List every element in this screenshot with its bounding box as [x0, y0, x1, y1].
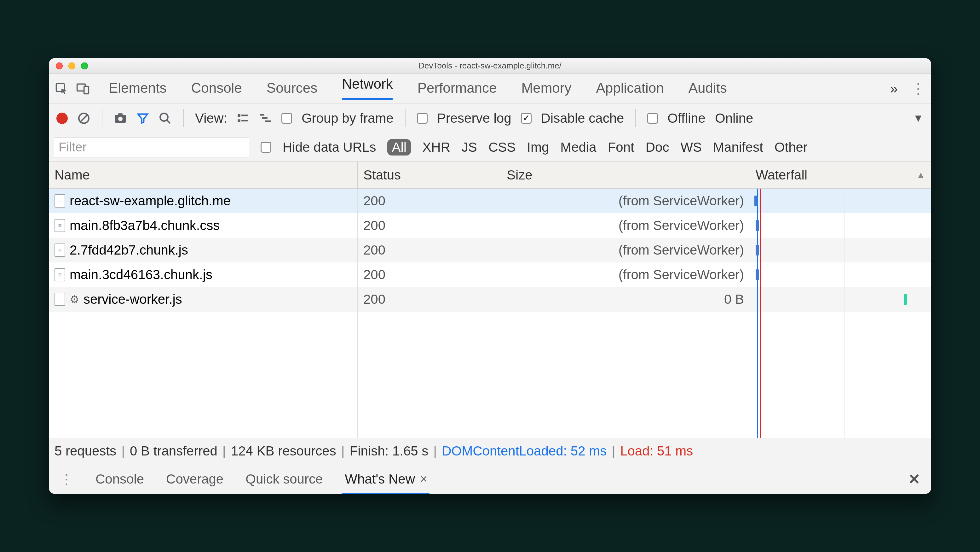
drawer-tab-close-icon[interactable]: ×: [420, 472, 427, 486]
capture-screenshot-icon[interactable]: [114, 112, 127, 124]
filter-type-js[interactable]: JS: [461, 140, 477, 155]
preserve-log-checkbox[interactable]: [417, 113, 428, 124]
filter-type-css[interactable]: CSS: [488, 140, 515, 155]
request-name: react-sw-example.glitch.me: [70, 193, 231, 209]
drawer-tab-quick-source[interactable]: Quick source: [245, 472, 323, 487]
filter-type-img[interactable]: Img: [527, 140, 549, 155]
filter-input[interactable]: [54, 137, 249, 157]
close-window-button[interactable]: [56, 62, 63, 69]
status-finish: Finish: 1.65 s: [350, 444, 428, 459]
filter-type-doc[interactable]: Doc: [646, 140, 669, 155]
disable-cache-checkbox[interactable]: [521, 113, 531, 124]
devtools-window: DevTools - react-sw-example.glitch.me/ E…: [49, 58, 931, 494]
request-waterfall: [750, 188, 931, 213]
filter-type-ws[interactable]: WS: [680, 140, 702, 155]
svg-line-9: [167, 120, 170, 123]
large-rows-icon[interactable]: [237, 113, 249, 124]
filter-type-media[interactable]: Media: [560, 140, 596, 155]
drawer-tab-coverage[interactable]: Coverage: [166, 472, 223, 487]
minimize-window-button[interactable]: [68, 62, 75, 69]
request-status: 200: [358, 262, 501, 287]
svg-rect-11: [241, 115, 248, 116]
col-status[interactable]: Status: [358, 161, 501, 188]
table-row[interactable]: ⚙service-worker.js2000 B: [49, 287, 931, 312]
drawer-tab-console[interactable]: Console: [95, 472, 144, 487]
col-name[interactable]: Name: [49, 161, 358, 188]
file-icon: ≡: [54, 268, 65, 281]
svg-rect-15: [262, 117, 267, 119]
file-icon: [54, 293, 65, 306]
search-icon[interactable]: [159, 112, 172, 125]
svg-rect-2: [84, 86, 89, 94]
request-waterfall: [750, 262, 931, 287]
table-row[interactable]: ≡2.7fdd42b7.chunk.js200(from ServiceWork…: [49, 238, 931, 262]
tab-elements[interactable]: Elements: [109, 80, 166, 97]
svg-point-6: [118, 116, 123, 121]
titlebar: DevTools - react-sw-example.glitch.me/: [49, 58, 931, 74]
hide-data-urls-label: Hide data URLs: [283, 140, 376, 155]
request-table: ≡react-sw-example.glitch.me200(from Serv…: [49, 188, 931, 438]
panel-tabs: ElementsConsoleSourcesNetworkPerformance…: [49, 74, 931, 104]
drawer-close-icon[interactable]: ✕: [908, 471, 920, 488]
status-bar: 5 requests| 0 B transferred| 124 KB reso…: [49, 438, 931, 464]
request-name: main.3cd46163.chunk.js: [70, 267, 212, 282]
tab-performance[interactable]: Performance: [417, 80, 497, 97]
tab-audits[interactable]: Audits: [689, 80, 727, 97]
tab-application[interactable]: Application: [596, 80, 663, 97]
svg-line-4: [81, 115, 87, 121]
disable-cache-label: Disable cache: [541, 111, 624, 126]
table-header: Name Status Size Waterfall ▲: [49, 161, 931, 188]
status-requests: 5 requests: [54, 444, 116, 459]
file-icon: ≡: [54, 219, 65, 232]
filter-type-font[interactable]: Font: [608, 140, 634, 155]
request-size: (from ServiceWorker): [501, 262, 750, 287]
throttling-dropdown-icon[interactable]: ▼: [913, 112, 924, 124]
request-status: 200: [358, 238, 501, 262]
record-button[interactable]: [56, 113, 68, 124]
table-row[interactable]: ≡main.3cd46163.chunk.js200(from ServiceW…: [49, 262, 931, 287]
tab-memory[interactable]: Memory: [522, 80, 572, 97]
filter-type-manifest[interactable]: Manifest: [713, 140, 763, 155]
preserve-log-label: Preserve log: [437, 111, 511, 126]
table-row[interactable]: ≡react-sw-example.glitch.me200(from Serv…: [49, 188, 931, 213]
request-name: main.8fb3a7b4.chunk.css: [70, 218, 220, 233]
drawer-tab-what-s-new[interactable]: What's New: [345, 472, 415, 487]
sort-indicator-icon: ▲: [916, 170, 926, 180]
online-label[interactable]: Online: [715, 111, 753, 126]
request-size: (from ServiceWorker): [501, 238, 750, 262]
hide-data-urls-checkbox[interactable]: [261, 142, 271, 153]
svg-rect-10: [238, 114, 240, 116]
tab-sources[interactable]: Sources: [267, 80, 317, 97]
device-toggle-icon[interactable]: [76, 82, 90, 96]
more-tabs-icon[interactable]: »: [890, 81, 898, 97]
col-size[interactable]: Size: [501, 161, 750, 188]
request-name: service-worker.js: [83, 292, 182, 307]
group-by-frame-label: Group by frame: [302, 111, 394, 126]
clear-icon[interactable]: [77, 112, 91, 125]
window-controls: [56, 62, 88, 69]
zoom-window-button[interactable]: [81, 62, 88, 69]
request-size: (from ServiceWorker): [501, 188, 750, 213]
request-waterfall: [750, 213, 931, 238]
table-row[interactable]: ≡main.8fb3a7b4.chunk.css200(from Service…: [49, 213, 931, 238]
filter-type-all[interactable]: All: [387, 139, 411, 155]
filter-type-xhr[interactable]: XHR: [422, 140, 450, 155]
offline-checkbox[interactable]: [647, 113, 658, 124]
window-title: DevTools - react-sw-example.glitch.me/: [49, 61, 931, 71]
col-waterfall[interactable]: Waterfall ▲: [750, 161, 931, 188]
tab-console[interactable]: Console: [191, 80, 242, 97]
svg-rect-13: [241, 120, 248, 121]
request-status: 200: [358, 213, 501, 238]
overview-icon[interactable]: [259, 113, 272, 124]
filter-bar: Hide data URLs AllXHRJSCSSImgMediaFontDo…: [49, 133, 931, 161]
drawer-kebab-icon[interactable]: ⋮: [60, 471, 73, 487]
group-by-frame-checkbox[interactable]: [282, 113, 292, 124]
filter-type-other[interactable]: Other: [775, 140, 808, 155]
svg-rect-12: [238, 119, 240, 122]
tab-network[interactable]: Network: [342, 76, 393, 101]
status-resources: 124 KB resources: [231, 444, 336, 459]
inspect-element-icon[interactable]: [54, 82, 68, 96]
settings-kebab-icon[interactable]: ⋮: [911, 80, 926, 97]
status-dcl: DOMContentLoaded: 52 ms: [442, 444, 606, 459]
filter-icon[interactable]: [137, 112, 149, 124]
